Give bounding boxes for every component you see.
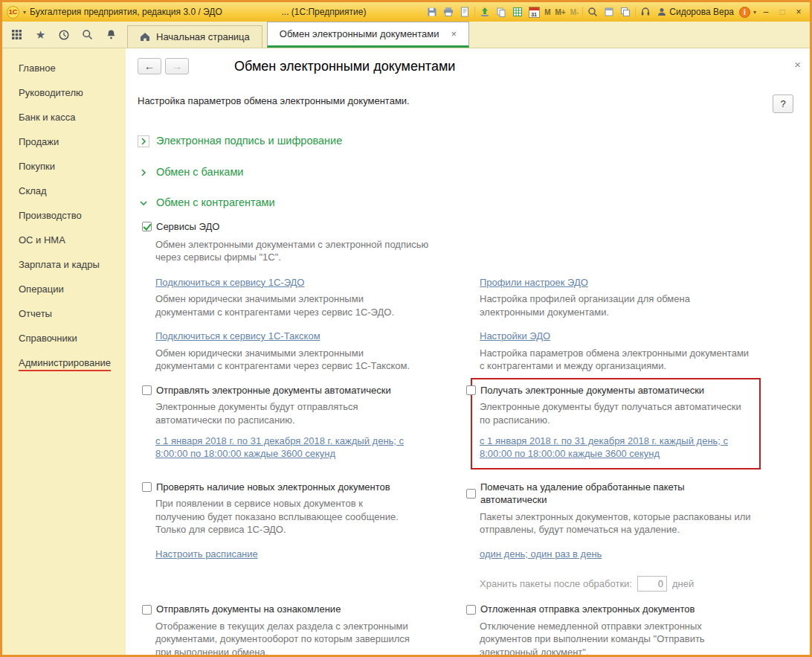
sidebar-item-otchety[interactable]: Отчеты [19,301,126,326]
section-banks[interactable]: Обмен с банками [138,165,798,180]
connect-1c-edo-description: Обмен юридически значимыми электронными … [155,292,411,318]
checkbox-check-new-documents[interactable]: Проверять наличие новых электронных доку… [142,481,411,494]
save-icon[interactable] [425,5,439,19]
app-title: Бухгалтерия предприятия, редакция 3.0 / … [30,7,222,17]
tabbar: ★ Начальная страница Обмен электронными … [2,22,810,48]
sidebar-item-glavnoe[interactable]: Главное [19,56,126,80]
1c-logo-icon[interactable]: 1С [7,6,19,19]
new-window-icon[interactable] [602,5,616,19]
search-icon[interactable] [80,28,95,42]
checkbox-unchecked-icon [466,489,476,499]
sidebar-item-spravochniki[interactable]: Справочники [19,326,126,350]
checkbox-unchecked-icon [466,385,476,395]
link-receive-auto-schedule[interactable]: с 1 января 2018 г. по 31 декабря 2018 г.… [480,435,741,461]
checkbox-mark-delete-packages[interactable]: Помечать на удаление обработанные пакеты… [466,481,752,507]
link-send-auto-schedule[interactable]: с 1 января 2018 г. по 31 декабря 2018 г.… [155,435,411,461]
session-title: ... (1С:Предприятие) [227,7,421,17]
chevron-right-icon [138,135,149,147]
forward-button[interactable]: → [165,58,189,74]
minimize-button[interactable]: – [759,6,773,18]
edo-services-description: Обмен электронными документами с электро… [155,238,432,264]
send-for-review-description: Отображение в текущих делах раздела с эл… [155,620,411,655]
sidebar: Главное Руководителю Банк и касса Продаж… [2,48,126,655]
link-connect-1c-edo[interactable]: Подключиться к сервису 1С-ЭДО [155,276,304,289]
window-list-icon[interactable] [619,5,632,19]
checkbox-send-for-review[interactable]: Отправлять документы на ознакомление [142,603,411,616]
checkbox-unchecked-icon [142,385,152,395]
checkbox-receive-auto[interactable]: Получать электронные документы автоматич… [466,384,752,397]
counterparties-body: Сервисы ЭДО Обмен электронными документа… [142,220,798,655]
chevron-down-icon [138,197,149,209]
close-window-button[interactable]: × [792,6,805,18]
print-icon[interactable] [442,5,455,19]
link-mark-delete-schedule[interactable]: один день; один раз в день [480,548,602,561]
checkbox-checked-icon [142,222,152,231]
favorites-icon[interactable]: ★ [33,28,48,42]
link-edo-settings[interactable]: Настройки ЭДО [480,330,550,343]
tab-active-edo[interactable]: Обмен электронными документами × [267,22,469,48]
mark-delete-description: Пакеты электронных документов, которые р… [480,510,752,536]
checkbox-deferred-sending[interactable]: Отложенная отправка электронных документ… [466,603,752,616]
receive-auto-description: Электронные документы будут получаться а… [480,400,752,426]
sidebar-item-operacii[interactable]: Операции [19,277,126,301]
titlebar: 1С ▾ Бухгалтерия предприятия, редакция 3… [2,2,810,22]
chevron-right-icon [138,167,149,179]
user-icon [657,7,666,16]
info-chevron-icon[interactable]: ▾ [753,9,756,16]
checkbox-unchecked-icon [466,605,476,615]
send-document-icon[interactable] [478,5,492,19]
section-counterparties[interactable]: Обмен с контрагентами [138,196,798,211]
back-button[interactable]: ← [138,58,161,74]
link-edo-profiles[interactable]: Профили настроек ЭДО [480,276,588,289]
tab-close-icon[interactable]: × [451,28,457,39]
edo-settings-description: Настройка параметров обмена электронными… [480,347,752,373]
notifications-bell-icon[interactable] [103,28,118,42]
sidebar-item-proizvodstvo[interactable]: Производство [19,203,126,228]
send-auto-description: Электронные документы будут отправляться… [155,400,411,426]
page-title: Обмен электронными документами [234,57,455,75]
sidebar-item-prodazhi[interactable]: Продажи [19,129,126,154]
store-days-input[interactable] [637,576,667,592]
highlight-red-frame: Получать электронные документы автоматич… [471,378,761,469]
page-subtitle: Настройка параметров обмена электронными… [138,94,410,108]
link-configure-schedule[interactable]: Настроить расписание [155,548,258,561]
page-close-icon[interactable]: × [794,57,801,72]
link-connect-taxcom[interactable]: Подключиться к сервису 1С-Такском [155,330,320,343]
home-icon [140,32,150,42]
store-packages-label: Хранить пакеты после обработки: [480,577,632,591]
calendar-icon[interactable]: 31 [527,5,541,19]
memory-subtract-button[interactable]: M- [570,8,580,16]
check-new-documents-description: При появлении в сервисе новых документов… [155,497,411,536]
current-user[interactable]: Сидорова Вера [657,7,734,17]
main-menu-icon[interactable] [10,28,25,42]
print-preview-icon[interactable] [458,5,471,19]
table-icon[interactable] [511,5,524,19]
tab-home[interactable]: Начальная страница [127,25,262,48]
zoom-icon[interactable] [586,5,599,19]
deferred-sending-description: Отключение немедленной отправки электрон… [480,620,752,655]
memory-recall-button[interactable]: M [544,8,551,16]
maximize-button[interactable]: □ [776,6,789,18]
section-signature[interactable]: Электронная подпись и шифрование [138,134,798,149]
store-days-suffix: дней [672,577,694,591]
support-service-icon[interactable] [639,5,652,19]
page-content: × ← → Обмен электронными документами Нас… [126,48,810,655]
sidebar-item-os-i-nma[interactable]: ОС и НМА [19,228,126,252]
app-window: 1С ▾ Бухгалтерия предприятия, редакция 3… [0,0,812,657]
memory-add-button[interactable]: M+ [554,8,566,16]
help-button[interactable]: ? [773,94,793,113]
checkbox-unchecked-icon [142,482,152,492]
info-icon[interactable]: i [739,7,750,18]
system-menu-chevron-icon[interactable]: ▾ [23,9,26,16]
checkbox-edo-services[interactable]: Сервисы ЭДО [142,220,798,234]
sidebar-item-zarplata-i-kadry[interactable]: Зарплата и кадры [19,252,126,277]
sidebar-item-bank-i-kassa[interactable]: Банк и касса [19,105,126,129]
history-icon[interactable] [57,28,71,42]
copy-icon[interactable] [494,5,508,19]
checkbox-send-auto[interactable]: Отправлять электронные документы автомат… [142,384,411,397]
connect-taxcom-description: Обмен юридически значимыми электронными … [155,347,411,373]
sidebar-item-sklad[interactable]: Склад [19,179,126,203]
sidebar-item-rukovoditelyu[interactable]: Руководителю [19,80,126,105]
sidebar-item-administrirovanie[interactable]: Администрирование [19,350,126,375]
sidebar-item-pokupki[interactable]: Покупки [19,154,126,179]
